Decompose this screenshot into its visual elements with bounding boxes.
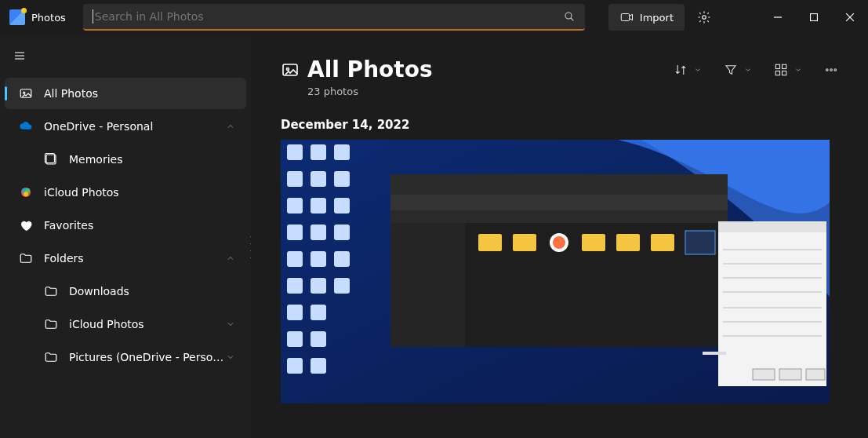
date-group-header: December 14, 2022	[281, 118, 838, 132]
svg-rect-57	[390, 223, 465, 347]
svg-rect-77	[806, 369, 825, 380]
svg-rect-41	[311, 224, 326, 240]
svg-rect-50	[334, 224, 350, 240]
svg-rect-37	[287, 358, 303, 374]
svg-rect-36	[287, 331, 303, 347]
page-title: All Photos	[307, 57, 433, 82]
sidebar-item-onedrive[interactable]: OneDrive - Personal	[5, 111, 246, 142]
filter-icon	[724, 63, 738, 77]
svg-rect-38	[311, 144, 326, 160]
sidebar-item-favorites[interactable]: Favorites	[5, 210, 246, 241]
window-controls	[760, 5, 868, 30]
svg-rect-42	[311, 251, 326, 267]
svg-rect-65	[685, 231, 715, 254]
svg-rect-48	[334, 171, 350, 187]
svg-rect-21	[775, 64, 779, 68]
svg-rect-23	[775, 71, 779, 75]
svg-rect-33	[287, 251, 303, 267]
chevron-up-icon[interactable]	[226, 254, 235, 263]
folder-icon	[44, 317, 58, 331]
svg-rect-30	[287, 171, 303, 187]
folder-icon	[44, 350, 58, 364]
chevron-down-icon	[744, 66, 752, 74]
import-button[interactable]: Import	[608, 4, 685, 31]
svg-point-27	[834, 68, 837, 71]
svg-rect-56	[390, 210, 728, 223]
more-icon	[824, 63, 838, 77]
sidebar: All Photos OneDrive - Personal Memories …	[0, 35, 251, 438]
search-box[interactable]	[83, 4, 585, 31]
minimize-icon	[774, 13, 782, 21]
memories-icon	[44, 152, 58, 166]
svg-point-64	[553, 236, 565, 249]
hamburger-icon	[13, 49, 26, 62]
svg-rect-2	[621, 14, 630, 21]
filter-button[interactable]	[724, 63, 752, 77]
all-photos-icon	[19, 86, 33, 100]
svg-point-12	[24, 92, 25, 93]
svg-rect-55	[390, 195, 728, 210]
more-button[interactable]	[824, 63, 838, 77]
heart-icon	[19, 218, 33, 232]
all-photos-icon	[281, 60, 300, 79]
svg-rect-60	[582, 234, 605, 251]
search-icon[interactable]	[563, 10, 576, 23]
svg-rect-45	[311, 331, 326, 347]
sidebar-item-downloads[interactable]: Downloads	[5, 276, 246, 307]
folder-icon	[19, 251, 33, 265]
chevron-down-icon	[794, 66, 802, 74]
svg-point-3	[703, 16, 706, 20]
svg-point-25	[826, 68, 828, 71]
svg-rect-51	[334, 251, 350, 267]
sidebar-item-memories[interactable]: Memories	[5, 144, 246, 175]
svg-rect-59	[513, 234, 536, 251]
svg-rect-49	[334, 198, 350, 214]
svg-rect-40	[311, 198, 326, 214]
sidebar-item-label: Folders	[44, 252, 226, 265]
svg-point-20	[287, 68, 289, 70]
svg-rect-22	[783, 64, 786, 68]
sidebar-item-label: All Photos	[44, 87, 235, 100]
svg-rect-31	[287, 198, 303, 214]
svg-rect-34	[287, 278, 303, 294]
sidebar-item-label: OneDrive - Personal	[44, 120, 226, 133]
svg-rect-75	[753, 369, 775, 380]
photo-thumbnail[interactable]	[281, 140, 830, 403]
chevron-down-icon[interactable]	[226, 319, 235, 329]
maximize-button[interactable]	[796, 5, 832, 30]
sidebar-item-icloud[interactable]: iCloud Photos	[5, 177, 246, 208]
chevron-down-icon[interactable]	[226, 352, 235, 362]
svg-rect-62	[651, 234, 674, 251]
hamburger-button[interactable]	[3, 39, 36, 72]
svg-rect-61	[616, 234, 640, 251]
svg-rect-44	[311, 305, 326, 320]
sidebar-item-label: iCloud Photos	[44, 186, 235, 199]
svg-rect-29	[287, 144, 303, 160]
chevron-up-icon[interactable]	[226, 122, 235, 131]
icloud-photos-icon	[19, 185, 33, 199]
sidebar-item-folders[interactable]: Folders	[5, 243, 246, 274]
minimize-button[interactable]	[760, 5, 796, 30]
onedrive-icon	[19, 119, 33, 133]
svg-line-1	[571, 18, 573, 20]
close-icon	[846, 13, 854, 21]
svg-rect-35	[287, 305, 303, 320]
settings-button[interactable]	[691, 4, 717, 31]
folder-icon	[44, 284, 58, 298]
svg-rect-32	[287, 224, 303, 240]
sidebar-item-all-photos[interactable]: All Photos	[5, 78, 246, 109]
search-input[interactable]	[95, 10, 563, 23]
svg-rect-39	[311, 171, 326, 187]
svg-rect-58	[478, 234, 502, 251]
sidebar-item-icloud-folder[interactable]: iCloud Photos	[5, 308, 246, 340]
title-bar: Photos Import	[0, 0, 868, 35]
svg-rect-78	[703, 352, 726, 355]
svg-rect-46	[311, 358, 326, 374]
close-button[interactable]	[832, 5, 868, 30]
text-caret	[93, 9, 93, 24]
sort-button[interactable]	[674, 63, 702, 77]
layout-button[interactable]	[774, 63, 802, 77]
svg-rect-67	[718, 221, 826, 232]
svg-point-26	[830, 68, 833, 71]
sidebar-item-pictures-onedrive[interactable]: Pictures (OneDrive - Personal)	[5, 341, 246, 373]
